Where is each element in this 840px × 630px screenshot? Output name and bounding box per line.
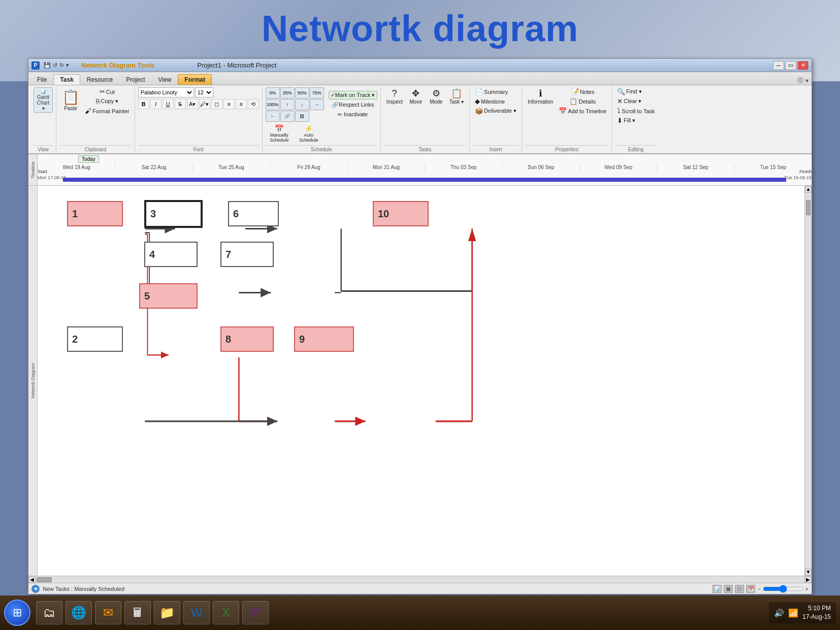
unlink-button[interactable]: ⛓ — [295, 111, 309, 122]
mode-button[interactable]: ⚙ Mode — [427, 87, 446, 106]
node-1[interactable]: 1 — [67, 201, 123, 226]
task-up-button[interactable]: ↑ — [280, 99, 295, 110]
align-left-button[interactable]: ≡ — [223, 99, 235, 109]
move-button[interactable]: ✥ Move — [406, 87, 426, 106]
highlight-dropdown[interactable]: 🖊▾ — [199, 99, 210, 109]
fill-button[interactable]: ⬇ Fill ▾ — [615, 116, 637, 125]
cut-button[interactable]: ✂ Cut — [83, 87, 132, 96]
node-10[interactable]: 10 — [373, 201, 429, 226]
view-calendar-btn[interactable]: 📅 — [746, 585, 755, 593]
task-button[interactable]: 📋 Task ▾ — [447, 87, 466, 106]
pct25-button[interactable]: 25% — [280, 87, 295, 98]
scroll-to-task-button[interactable]: ⤵ Scroll to Task — [615, 107, 657, 115]
pct0-button[interactable]: 0% — [266, 87, 280, 98]
pct100-button[interactable]: 100% — [266, 99, 280, 110]
scroll-thumb-v[interactable] — [806, 200, 811, 215]
date-fri28: Fri 28 Aug — [270, 163, 347, 171]
tab-project[interactable]: Project — [119, 74, 151, 85]
respect-links-button[interactable]: 🔗 Respect Links — [329, 101, 377, 109]
outdent-button[interactable]: ← — [266, 111, 280, 122]
scroll-thumb-h[interactable] — [37, 577, 52, 582]
notes-button[interactable]: 📝 Notes — [557, 87, 608, 96]
tab-task[interactable]: Task — [53, 74, 80, 85]
maximize-button[interactable]: ▭ — [785, 61, 796, 70]
diagram-canvas[interactable]: 1 3 6 10 4 7 5 — [38, 186, 804, 576]
node-8[interactable]: 8 — [220, 326, 274, 352]
node-3[interactable]: 3 — [144, 200, 203, 228]
bold-button[interactable]: B — [138, 99, 149, 109]
taskbar-excel[interactable]: X — [213, 601, 239, 624]
view-table-btn[interactable]: ▦ — [724, 585, 733, 593]
ribbon-group-insert: 📄 Summary ◆ Milestone 📦 Deliverable ▾ In… — [470, 86, 522, 153]
tab-resource[interactable]: Resource — [80, 74, 119, 85]
vertical-scrollbar[interactable]: ▲ ▼ — [804, 186, 812, 576]
node-7[interactable]: 7 — [220, 242, 274, 267]
paste-button[interactable]: 📋 Paste — [59, 87, 82, 113]
information-button[interactable]: ℹ Information — [525, 87, 556, 106]
help-icon[interactable]: ⓪ — [797, 76, 803, 85]
pct50-button[interactable]: 50% — [295, 87, 309, 98]
inactivate-button[interactable]: ⇐ Inactivate — [329, 110, 377, 119]
find-button[interactable]: 🔍 Find ▾ — [615, 87, 643, 96]
manually-schedule-button[interactable]: 📅 Manually Schedule — [266, 123, 293, 144]
align-center-button[interactable]: ≡ — [236, 99, 247, 109]
node-6[interactable]: 6 — [228, 201, 279, 226]
minimize-button[interactable]: ─ — [773, 61, 784, 70]
font-face-select[interactable]: Palatino Linoty — [138, 87, 194, 97]
node-5[interactable]: 5 — [139, 283, 198, 309]
scroll-left-button[interactable]: ◀ — [28, 576, 36, 583]
background-color-button[interactable]: ◻ — [211, 99, 222, 109]
scroll-up-button[interactable]: ▲ — [805, 186, 812, 193]
taskbar-folder[interactable]: 📁 — [154, 601, 180, 624]
copy-button[interactable]: ⎘ Copy ▾ — [83, 97, 132, 106]
taskbar-chrome[interactable]: 🌐 — [66, 601, 92, 624]
inspect-button[interactable]: ? Inspect — [384, 87, 405, 106]
milestone-button[interactable]: ◆ Milestone — [473, 97, 507, 106]
format-painter-button[interactable]: 🖌 Format Painter — [83, 107, 132, 115]
scroll-right-button[interactable]: ▶ — [804, 576, 812, 583]
font-color-dropdown[interactable]: A▾ — [187, 99, 198, 109]
summary-button[interactable]: 📄 Summary — [473, 87, 510, 96]
wrap-text-button[interactable]: ⟲ — [248, 99, 259, 109]
ribbon-collapse-icon[interactable]: ▾ — [805, 77, 809, 84]
node-2[interactable]: 2 — [67, 326, 123, 352]
ribbon-group-view: 📊 Gantt Chart ▾ View — [30, 86, 56, 153]
tab-view[interactable]: View — [152, 74, 178, 85]
close-button[interactable]: ✕ — [797, 61, 809, 70]
tab-format[interactable]: Format — [178, 74, 212, 85]
gantt-chart-button[interactable]: 📊 Gantt Chart ▾ — [34, 87, 53, 113]
taskbar-explorer[interactable]: 🗂 — [36, 601, 62, 624]
view-gantt-btn[interactable]: 📊 — [713, 585, 722, 593]
taskbar-calculator[interactable]: 🖩 — [124, 601, 151, 624]
node-9[interactable]: 9 — [294, 326, 354, 352]
clear-button[interactable]: ✕ Clear ▾ — [615, 97, 643, 106]
zoom-slider[interactable] — [763, 586, 803, 591]
app-window: P 💾 ↺ ↻ ▾ Network Diagram Tools Project1… — [28, 58, 812, 594]
horizontal-scrollbar[interactable]: ◀ ▶ — [28, 576, 812, 583]
tab-file[interactable]: File — [30, 74, 53, 85]
timeline-dates: Wed 19 Aug Sat 22 Aug Tue 25 Aug Fri 28 … — [38, 163, 812, 171]
strikethrough-button[interactable]: S̶ — [175, 99, 186, 109]
taskbar-project[interactable]: P — [242, 601, 269, 624]
taskbar-mail[interactable]: ✉ — [95, 601, 121, 624]
add-to-timeline-button[interactable]: 📅 Add to Timeline — [557, 107, 608, 115]
link-button[interactable]: 🔗 — [280, 111, 295, 122]
node-4[interactable]: 4 — [144, 242, 198, 267]
deliverable-button[interactable]: 📦 Deliverable ▾ — [473, 107, 519, 115]
italic-button[interactable]: I — [150, 99, 161, 109]
indent-button[interactable]: → — [310, 99, 324, 110]
mark-on-track-button[interactable]: ✓ Mark on Track ▾ — [329, 91, 377, 100]
underline-button[interactable]: U — [163, 99, 174, 109]
today-button[interactable]: Today — [78, 155, 99, 163]
zoom-in-icon: + — [805, 586, 809, 592]
ribbon: 📊 Gantt Chart ▾ View 📋 Paste ✂ Cut — [28, 85, 812, 154]
task-down-button[interactable]: ↓ — [295, 99, 309, 110]
font-size-select[interactable]: 12 — [195, 87, 213, 97]
start-button[interactable]: ⊞ — [4, 600, 30, 626]
pct75-button[interactable]: 75% — [310, 87, 324, 98]
details-button[interactable]: 📋 Details — [557, 97, 608, 106]
taskbar-word[interactable]: W — [183, 601, 210, 624]
scroll-down-button[interactable]: ▼ — [805, 569, 812, 576]
auto-schedule-button[interactable]: ⚡ Auto Schedule — [295, 123, 322, 144]
view-network-btn[interactable]: ⬡ — [735, 585, 744, 593]
